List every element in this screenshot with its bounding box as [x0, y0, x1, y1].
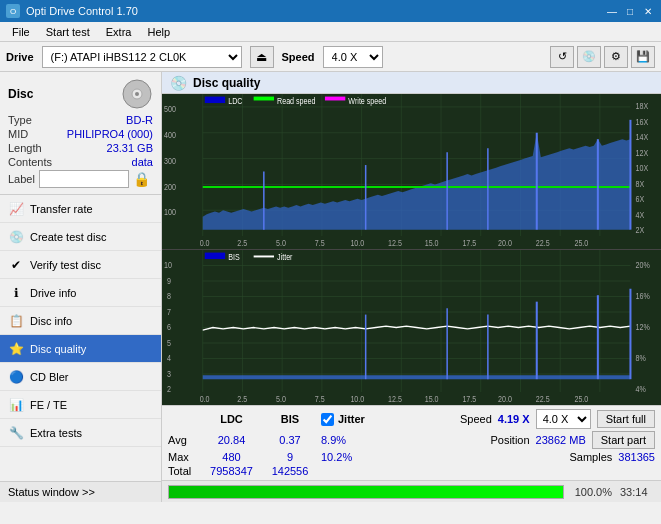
speed-select[interactable]: 4.0 X	[323, 46, 383, 68]
sidebar-item-transfer-rate[interactable]: 📈 Transfer rate	[0, 195, 161, 223]
sidebar-item-label: Disc info	[30, 315, 72, 327]
disc-label-icon[interactable]: 🔒	[133, 171, 150, 187]
disc-section: Disc Type BD-R MID PHILIPRO4 (000) Lengt…	[0, 72, 161, 195]
drive-icon-refresh[interactable]: ↺	[550, 46, 574, 68]
max-ldc: 480	[204, 451, 259, 463]
disc-quality-icon: ⭐	[8, 341, 24, 357]
samples-value: 381365	[618, 451, 655, 463]
svg-text:200: 200	[164, 182, 176, 192]
svg-text:Read speed: Read speed	[277, 97, 315, 107]
drive-icon-disc[interactable]: 💿	[577, 46, 601, 68]
svg-text:400: 400	[164, 130, 176, 140]
progress-bar-container: 100.0% 33:14	[162, 480, 661, 502]
svg-text:0.0: 0.0	[200, 239, 210, 249]
sidebar-item-verify-test-disc[interactable]: ✔ Verify test disc	[0, 251, 161, 279]
sidebar: Disc Type BD-R MID PHILIPRO4 (000) Lengt…	[0, 72, 162, 502]
svg-rect-24	[325, 97, 345, 101]
svg-text:12X: 12X	[636, 148, 649, 158]
app-icon: O	[6, 4, 20, 18]
start-part-button[interactable]: Start part	[592, 431, 655, 449]
bottom-chart-svg: BIS Jitter 10 9	[162, 250, 661, 405]
svg-point-2	[135, 92, 139, 96]
drive-bar: Drive (F:) ATAPI iHBS112 2 CL0K ⏏ Speed …	[0, 42, 661, 72]
disc-type-row: Type BD-R	[8, 114, 153, 126]
drive-icon-settings[interactable]: ⚙	[604, 46, 628, 68]
svg-text:22.5: 22.5	[536, 395, 550, 405]
svg-text:25.0: 25.0	[574, 239, 588, 249]
svg-text:22.5: 22.5	[536, 239, 550, 249]
verify-test-disc-icon: ✔	[8, 257, 24, 273]
cd-bler-icon: 🔵	[8, 369, 24, 385]
title-bar-text: Opti Drive Control 1.70	[26, 5, 138, 17]
drive-toolbar-icons: ↺ 💿 ⚙ 💾	[550, 46, 655, 68]
svg-text:2X: 2X	[636, 226, 645, 236]
menu-extra[interactable]: Extra	[98, 24, 140, 40]
svg-text:12.5: 12.5	[388, 239, 402, 249]
content-area: 💿 Disc quality	[162, 72, 661, 502]
svg-text:15.0: 15.0	[425, 395, 439, 405]
title-bar-controls: — □ ✕	[605, 4, 655, 18]
transfer-rate-icon: 📈	[8, 201, 24, 217]
sidebar-item-disc-quality[interactable]: ⭐ Disc quality	[0, 335, 161, 363]
svg-text:7.5: 7.5	[315, 395, 325, 405]
charts-container: LDC Read speed Write speed	[162, 94, 661, 405]
sidebar-item-label: Drive info	[30, 287, 76, 299]
svg-text:100: 100	[164, 208, 176, 218]
sidebar-item-cd-bler[interactable]: 🔵 CD Bler	[0, 363, 161, 391]
samples-label: Samples	[569, 451, 612, 463]
start-full-button[interactable]: Start full	[597, 410, 655, 428]
maximize-button[interactable]: □	[623, 4, 637, 18]
disc-mid-row: MID PHILIPRO4 (000)	[8, 128, 153, 140]
sidebar-item-drive-info[interactable]: ℹ Drive info	[0, 279, 161, 307]
disc-label-row: Label 🔒	[8, 170, 153, 188]
speed-stat-select[interactable]: 4.0 X	[536, 409, 591, 429]
sidebar-item-disc-info[interactable]: 📋 Disc info	[0, 307, 161, 335]
sidebar-item-label: CD Bler	[30, 371, 69, 383]
eject-button[interactable]: ⏏	[250, 46, 274, 68]
disc-label-input[interactable]	[39, 170, 129, 188]
svg-text:12%: 12%	[636, 322, 650, 332]
extra-tests-icon: 🔧	[8, 425, 24, 441]
svg-text:10: 10	[164, 260, 172, 270]
jitter-checkbox[interactable]	[321, 413, 334, 426]
bottom-chart: BIS Jitter 10 9	[162, 250, 661, 405]
drive-icon-save[interactable]: 💾	[631, 46, 655, 68]
avg-bis: 0.37	[265, 434, 315, 446]
menu-bar: File Start test Extra Help	[0, 22, 661, 42]
menu-start-test[interactable]: Start test	[38, 24, 98, 40]
svg-text:500: 500	[164, 104, 176, 114]
svg-text:10X: 10X	[636, 164, 649, 174]
progress-percent: 100.0%	[572, 486, 612, 498]
menu-file[interactable]: File	[4, 24, 38, 40]
ldc-header: LDC	[204, 413, 259, 425]
sidebar-item-extra-tests[interactable]: 🔧 Extra tests	[0, 419, 161, 447]
speed-stat-value: 4.19 X	[498, 413, 530, 425]
svg-text:25.0: 25.0	[574, 395, 588, 405]
svg-text:12.5: 12.5	[388, 395, 402, 405]
title-bar-left: O Opti Drive Control 1.70	[6, 4, 138, 18]
svg-text:2.5: 2.5	[237, 395, 247, 405]
progress-track	[168, 485, 564, 499]
menu-help[interactable]: Help	[139, 24, 178, 40]
drive-select[interactable]: (F:) ATAPI iHBS112 2 CL0K	[42, 46, 242, 68]
svg-text:10.0: 10.0	[350, 395, 364, 405]
jitter-label: Jitter	[338, 413, 365, 425]
svg-text:16X: 16X	[636, 117, 649, 127]
disc-header: Disc	[8, 78, 153, 110]
svg-rect-22	[254, 97, 274, 101]
disc-quality-header-icon: 💿	[170, 75, 187, 91]
sidebar-item-create-test-disc[interactable]: 💿 Create test disc	[0, 223, 161, 251]
close-button[interactable]: ✕	[641, 4, 655, 18]
svg-text:14X: 14X	[636, 133, 649, 143]
disc-label-key: Label	[8, 173, 35, 185]
disc-type-value: BD-R	[126, 114, 153, 126]
avg-label: Avg	[168, 434, 198, 446]
disc-contents-label: Contents	[8, 156, 52, 168]
status-window-button[interactable]: Status window >>	[0, 481, 161, 502]
avg-jitter: 8.9%	[321, 434, 484, 446]
sidebar-item-fe-te[interactable]: 📊 FE / TE	[0, 391, 161, 419]
minimize-button[interactable]: —	[605, 4, 619, 18]
svg-text:6X: 6X	[636, 195, 645, 205]
total-label: Total	[168, 465, 198, 477]
disc-type-label: Type	[8, 114, 32, 126]
